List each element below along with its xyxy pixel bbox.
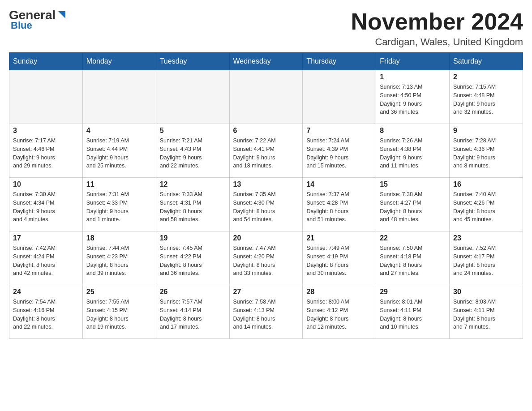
calendar-cell <box>82 70 156 124</box>
day-info: Sunrise: 7:30 AM Sunset: 4:34 PM Dayligh… <box>13 190 79 224</box>
calendar-header-thursday: Thursday <box>303 53 376 70</box>
day-number: 5 <box>160 127 226 135</box>
title-section: November 2024 Cardigan, Wales, United Ki… <box>351 9 523 48</box>
calendar-cell <box>229 70 303 124</box>
day-number: 11 <box>86 180 152 188</box>
calendar-cell: 15Sunrise: 7:38 AM Sunset: 4:27 PM Dayli… <box>376 178 450 231</box>
day-info: Sunrise: 7:40 AM Sunset: 4:26 PM Dayligh… <box>453 190 519 224</box>
calendar-cell: 29Sunrise: 8:01 AM Sunset: 4:11 PM Dayli… <box>376 285 450 339</box>
month-title: November 2024 <box>351 9 523 34</box>
day-number: 6 <box>233 127 299 135</box>
day-info: Sunrise: 7:13 AM Sunset: 4:50 PM Dayligh… <box>380 83 446 116</box>
day-number: 20 <box>233 234 299 242</box>
logo-triangle-icon <box>56 9 67 20</box>
calendar-cell: 9Sunrise: 7:28 AM Sunset: 4:36 PM Daylig… <box>450 124 523 178</box>
calendar-cell: 3Sunrise: 7:17 AM Sunset: 4:46 PM Daylig… <box>9 124 83 178</box>
day-number: 26 <box>160 288 226 296</box>
calendar-cell: 6Sunrise: 7:22 AM Sunset: 4:41 PM Daylig… <box>229 124 303 178</box>
day-info: Sunrise: 7:35 AM Sunset: 4:30 PM Dayligh… <box>233 190 299 224</box>
logo: General Blue <box>9 9 67 31</box>
calendar-cell: 25Sunrise: 7:55 AM Sunset: 4:15 PM Dayli… <box>82 285 156 339</box>
calendar-cell: 8Sunrise: 7:26 AM Sunset: 4:38 PM Daylig… <box>376 124 450 178</box>
day-info: Sunrise: 7:38 AM Sunset: 4:27 PM Dayligh… <box>380 190 446 224</box>
day-number: 13 <box>233 180 299 188</box>
calendar-cell: 24Sunrise: 7:54 AM Sunset: 4:16 PM Dayli… <box>9 285 83 339</box>
day-info: Sunrise: 7:17 AM Sunset: 4:46 PM Dayligh… <box>13 137 79 170</box>
day-number: 4 <box>86 127 152 135</box>
day-number: 29 <box>380 288 446 296</box>
day-info: Sunrise: 7:26 AM Sunset: 4:38 PM Dayligh… <box>380 137 446 170</box>
logo-blue: Blue <box>9 20 32 31</box>
day-info: Sunrise: 7:22 AM Sunset: 4:41 PM Dayligh… <box>233 137 299 170</box>
day-number: 16 <box>453 180 519 188</box>
day-info: Sunrise: 7:24 AM Sunset: 4:39 PM Dayligh… <box>306 137 372 170</box>
calendar-cell: 19Sunrise: 7:45 AM Sunset: 4:22 PM Dayli… <box>156 231 229 285</box>
day-info: Sunrise: 7:33 AM Sunset: 4:31 PM Dayligh… <box>160 190 226 224</box>
calendar-cell: 10Sunrise: 7:30 AM Sunset: 4:34 PM Dayli… <box>9 178 83 231</box>
calendar-cell: 4Sunrise: 7:19 AM Sunset: 4:44 PM Daylig… <box>82 124 156 178</box>
calendar-cell: 1Sunrise: 7:13 AM Sunset: 4:50 PM Daylig… <box>376 70 450 124</box>
calendar-cell <box>303 70 376 124</box>
calendar-cell: 13Sunrise: 7:35 AM Sunset: 4:30 PM Dayli… <box>229 178 303 231</box>
day-number: 12 <box>160 180 226 188</box>
day-info: Sunrise: 7:15 AM Sunset: 4:48 PM Dayligh… <box>453 83 519 116</box>
day-number: 7 <box>306 127 372 135</box>
calendar-header-wednesday: Wednesday <box>229 53 303 70</box>
calendar-cell: 30Sunrise: 8:03 AM Sunset: 4:11 PM Dayli… <box>450 285 523 339</box>
day-number: 24 <box>13 288 79 296</box>
calendar-cell: 23Sunrise: 7:52 AM Sunset: 4:17 PM Dayli… <box>450 231 523 285</box>
calendar-cell: 16Sunrise: 7:40 AM Sunset: 4:26 PM Dayli… <box>450 178 523 231</box>
day-number: 1 <box>380 73 446 81</box>
day-number: 17 <box>13 234 79 242</box>
day-number: 19 <box>160 234 226 242</box>
day-info: Sunrise: 7:42 AM Sunset: 4:24 PM Dayligh… <box>13 244 79 278</box>
day-number: 18 <box>86 234 152 242</box>
day-info: Sunrise: 7:37 AM Sunset: 4:28 PM Dayligh… <box>306 190 372 224</box>
day-number: 8 <box>380 127 446 135</box>
calendar-cell: 27Sunrise: 7:58 AM Sunset: 4:13 PM Dayli… <box>229 285 303 339</box>
calendar-cell: 21Sunrise: 7:49 AM Sunset: 4:19 PM Dayli… <box>303 231 376 285</box>
day-number: 30 <box>453 288 519 296</box>
calendar-header-row: SundayMondayTuesdayWednesdayThursdayFrid… <box>9 53 523 70</box>
calendar-header-monday: Monday <box>82 53 156 70</box>
calendar-week-4: 17Sunrise: 7:42 AM Sunset: 4:24 PM Dayli… <box>9 231 523 285</box>
page-header: General Blue November 2024 Cardigan, Wal… <box>9 9 523 48</box>
day-info: Sunrise: 7:57 AM Sunset: 4:14 PM Dayligh… <box>160 298 226 331</box>
day-info: Sunrise: 8:03 AM Sunset: 4:11 PM Dayligh… <box>453 298 519 331</box>
day-info: Sunrise: 7:58 AM Sunset: 4:13 PM Dayligh… <box>233 298 299 331</box>
day-number: 2 <box>453 73 519 81</box>
calendar-header-tuesday: Tuesday <box>156 53 229 70</box>
day-info: Sunrise: 7:31 AM Sunset: 4:33 PM Dayligh… <box>86 190 152 224</box>
calendar-week-3: 10Sunrise: 7:30 AM Sunset: 4:34 PM Dayli… <box>9 178 523 231</box>
calendar-cell: 2Sunrise: 7:15 AM Sunset: 4:48 PM Daylig… <box>450 70 523 124</box>
day-number: 15 <box>380 180 446 188</box>
day-info: Sunrise: 7:49 AM Sunset: 4:19 PM Dayligh… <box>306 244 372 278</box>
calendar-week-5: 24Sunrise: 7:54 AM Sunset: 4:16 PM Dayli… <box>9 285 523 339</box>
day-number: 25 <box>86 288 152 296</box>
day-info: Sunrise: 8:01 AM Sunset: 4:11 PM Dayligh… <box>380 298 446 331</box>
day-number: 23 <box>453 234 519 242</box>
day-number: 22 <box>380 234 446 242</box>
day-info: Sunrise: 7:19 AM Sunset: 4:44 PM Dayligh… <box>86 137 152 170</box>
calendar-cell: 11Sunrise: 7:31 AM Sunset: 4:33 PM Dayli… <box>82 178 156 231</box>
calendar-cell: 18Sunrise: 7:44 AM Sunset: 4:23 PM Dayli… <box>82 231 156 285</box>
day-number: 21 <box>306 234 372 242</box>
calendar-cell: 20Sunrise: 7:47 AM Sunset: 4:20 PM Dayli… <box>229 231 303 285</box>
svg-marker-0 <box>58 11 65 18</box>
day-number: 9 <box>453 127 519 135</box>
calendar-header-sunday: Sunday <box>9 53 83 70</box>
calendar-header-saturday: Saturday <box>450 53 523 70</box>
location: Cardigan, Wales, United Kingdom <box>351 36 523 48</box>
calendar-cell: 17Sunrise: 7:42 AM Sunset: 4:24 PM Dayli… <box>9 231 83 285</box>
day-info: Sunrise: 7:55 AM Sunset: 4:15 PM Dayligh… <box>86 298 152 331</box>
day-info: Sunrise: 7:54 AM Sunset: 4:16 PM Dayligh… <box>13 298 79 331</box>
calendar-table: SundayMondayTuesdayWednesdayThursdayFrid… <box>9 52 523 339</box>
day-info: Sunrise: 7:21 AM Sunset: 4:43 PM Dayligh… <box>160 137 226 170</box>
calendar-cell: 5Sunrise: 7:21 AM Sunset: 4:43 PM Daylig… <box>156 124 229 178</box>
calendar-cell: 22Sunrise: 7:50 AM Sunset: 4:18 PM Dayli… <box>376 231 450 285</box>
calendar-week-2: 3Sunrise: 7:17 AM Sunset: 4:46 PM Daylig… <box>9 124 523 178</box>
day-number: 27 <box>233 288 299 296</box>
day-number: 28 <box>306 288 372 296</box>
calendar-cell: 12Sunrise: 7:33 AM Sunset: 4:31 PM Dayli… <box>156 178 229 231</box>
day-info: Sunrise: 7:47 AM Sunset: 4:20 PM Dayligh… <box>233 244 299 278</box>
